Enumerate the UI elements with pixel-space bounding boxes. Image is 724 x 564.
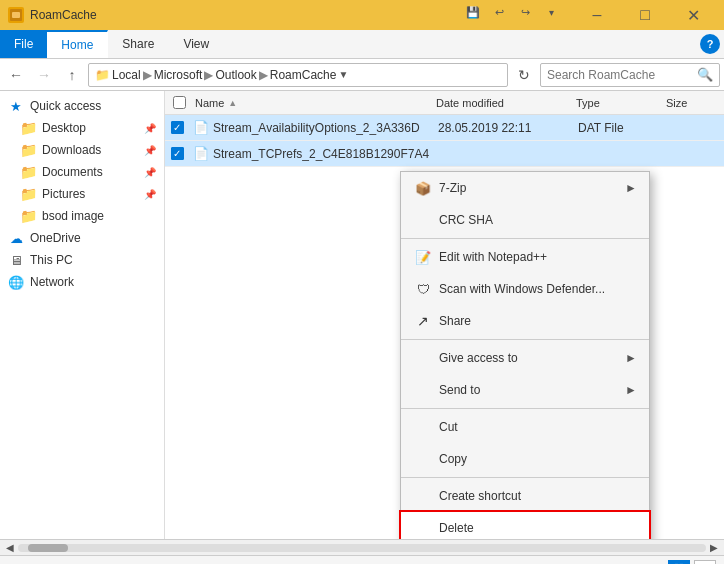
view-btn-large[interactable]: ◼ [694,560,716,565]
ctx-give-access[interactable]: Give access to ► [401,342,649,374]
sidebar-item-downloads[interactable]: 📁 Downloads 📌 [0,139,164,161]
ctx-7zip-arrow: ► [625,181,637,195]
tab-view[interactable]: View [169,30,224,58]
ctx-send-to-arrow: ► [625,383,637,397]
pin-icon-desktop: 📌 [144,123,156,134]
ctx-defender[interactable]: 🛡 Scan with Windows Defender... [401,273,649,305]
col-name-label: Name [195,97,224,109]
ctx-7zip[interactable]: 📦 7-Zip ► [401,172,649,204]
path-microsoft[interactable]: Microsoft [154,68,203,82]
col-header-type[interactable]: Type [572,97,662,109]
title-bar-left: RoamCache [8,7,97,23]
ctx-notepad[interactable]: 📝 Edit with Notepad++ [401,241,649,273]
row-checkbox-2[interactable]: ✓ [165,147,189,160]
title-bar: RoamCache 💾 ↩ ↪ ▾ – □ ✕ [0,0,724,30]
ctx-create-shortcut[interactable]: Create shortcut [401,480,649,512]
ctx-delete-label: Delete [439,521,637,535]
tab-home[interactable]: Home [47,30,108,58]
col-header-date[interactable]: Date modified [432,97,572,109]
ctx-delete[interactable]: Delete [401,512,649,539]
ctx-crc-sha[interactable]: CRC SHA [401,204,649,236]
file-name-2[interactable]: 📄 Stream_TCPrefs_2_C4E818B1290F7A4 [189,146,434,161]
forward-button[interactable]: → [32,63,56,87]
tab-share[interactable]: Share [108,30,169,58]
search-box[interactable]: 🔍 [540,63,720,87]
ctx-cut-label: Cut [439,420,637,434]
sidebar-label-desktop: Desktop [42,121,86,135]
refresh-button[interactable]: ↻ [512,63,536,87]
path-local[interactable]: Local [112,68,141,82]
scroll-left-btn[interactable]: ◀ [2,542,18,553]
qat-dropdown[interactable]: ▾ [539,0,563,24]
col-header-size[interactable]: Size [662,97,722,109]
path-dropdown-arrow[interactable]: ▼ [338,69,348,80]
scroll-right-btn[interactable]: ▶ [706,542,722,553]
path-outlook[interactable]: Outlook [215,68,256,82]
ctx-delete-icon [413,518,433,538]
file-icon-1: 📄 [193,120,209,135]
sidebar: ★ Quick access 📁 Desktop 📌 📁 Downloads 📌… [0,91,165,539]
help-button[interactable]: ? [700,34,720,54]
minimize-button[interactable]: – [574,0,620,30]
maximize-button[interactable]: □ [622,0,668,30]
scrollbar-track [18,544,706,552]
ribbon: File Home Share View ? [0,30,724,59]
app-icon [8,7,24,23]
ctx-share-icon: ↗ [413,311,433,331]
ctx-sep-1 [401,238,649,239]
sidebar-item-onedrive[interactable]: ☁ OneDrive [0,227,164,249]
select-all-checkbox[interactable] [173,96,186,109]
ctx-notepad-icon: 📝 [413,247,433,267]
sidebar-item-desktop[interactable]: 📁 Desktop 📌 [0,117,164,139]
header-check[interactable] [167,96,191,109]
ctx-send-to-icon [413,380,433,400]
up-button[interactable]: ↑ [60,63,84,87]
sidebar-label-pictures: Pictures [42,187,85,201]
file-name-1[interactable]: 📄 Stream_AvailabilityOptions_2_3A336D [189,120,434,135]
file-type-1: DAT File [574,121,664,135]
folder-icon-pictures: 📁 [20,186,36,202]
address-path[interactable]: 📁 Local ▶ Microsoft ▶ Outlook ▶ RoamCach… [88,63,508,87]
address-bar: ← → ↑ 📁 Local ▶ Microsoft ▶ Outlook ▶ Ro… [0,59,724,91]
sidebar-item-network[interactable]: 🌐 Network [0,271,164,293]
path-sep-3: ▶ [259,68,268,82]
file-row-2[interactable]: ✓ 📄 Stream_TCPrefs_2_C4E818B1290F7A4 [165,141,724,167]
ctx-cut[interactable]: Cut [401,411,649,443]
horizontal-scrollbar[interactable]: ◀ ▶ [0,539,724,555]
col-header-name[interactable]: Name ▲ [191,97,432,109]
row-checkbox-1[interactable]: ✓ [165,121,189,134]
status-right: ©Howtoconnect ☷ ◼ [586,560,716,565]
view-btn-details[interactable]: ☷ [668,560,690,565]
folder-icon-downloads: 📁 [20,142,36,158]
folder-icon-documents: 📁 [20,164,36,180]
sidebar-item-this-pc[interactable]: 🖥 This PC [0,249,164,271]
sidebar-item-bsod[interactable]: 📁 bsod image [0,205,164,227]
ctx-share[interactable]: ↗ Share [401,305,649,337]
sidebar-item-pictures[interactable]: 📁 Pictures 📌 [0,183,164,205]
file-row[interactable]: ✓ 📄 Stream_AvailabilityOptions_2_3A336D … [165,115,724,141]
file-icon-2: 📄 [193,146,209,161]
sidebar-item-quick-access[interactable]: ★ Quick access [0,95,164,117]
qat-redo[interactable]: ↪ [513,0,537,24]
scrollbar-thumb[interactable] [28,544,68,552]
ctx-copy-icon [413,449,433,469]
qat-undo[interactable]: ↩ [487,0,511,24]
path-sep-2: ▶ [204,68,213,82]
path-roamcache[interactable]: RoamCache [270,68,337,82]
sidebar-item-documents[interactable]: 📁 Documents 📌 [0,161,164,183]
pin-icon-documents: 📌 [144,167,156,178]
ctx-cut-icon [413,417,433,437]
tab-file[interactable]: File [0,30,47,58]
back-button[interactable]: ← [4,63,28,87]
close-button[interactable]: ✕ [670,0,716,30]
search-input[interactable] [547,68,697,82]
ctx-copy[interactable]: Copy [401,443,649,475]
ctx-send-to[interactable]: Send to ► [401,374,649,406]
network-icon: 🌐 [8,274,24,290]
sidebar-label-quick-access: Quick access [30,99,101,113]
window-title: RoamCache [30,8,97,22]
onedrive-icon: ☁ [8,230,24,246]
ctx-shortcut-label: Create shortcut [439,489,637,503]
pin-icon-downloads: 📌 [144,145,156,156]
qat-save[interactable]: 💾 [461,0,485,24]
